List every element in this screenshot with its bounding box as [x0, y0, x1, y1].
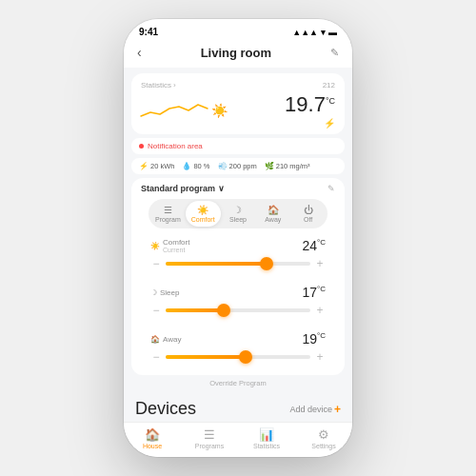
program-label[interactable]: Standard program ∨ [141, 184, 225, 193]
house-nav-icon: 🏠 [145, 427, 160, 442]
add-plus-icon: + [334, 403, 341, 416]
comfort-track-row: − + [150, 257, 326, 270]
away-label: 🏠 Away [150, 335, 181, 344]
lightning-icon: ⚡ [324, 118, 335, 129]
comfort-thumb[interactable] [260, 257, 273, 270]
edit-icon[interactable]: ✎ [330, 47, 339, 59]
statistics-nav-icon: 📊 [259, 427, 274, 442]
comfort-fill [166, 262, 267, 266]
nav-programs[interactable]: ☰ Programs [181, 427, 238, 449]
sleep-icon: ☽ [233, 205, 242, 215]
devices-section: Devices Add device + [124, 391, 352, 422]
stats-temp-row: ☀️ 19.7°C ⚡ [141, 92, 335, 129]
house-nav-label: House [143, 443, 162, 449]
sun-icon: ☀️ [211, 103, 228, 118]
sleep-plus[interactable]: + [314, 304, 326, 317]
override-label: Override Program [131, 379, 345, 387]
humidity-value: 80 % [193, 162, 209, 170]
away-icon: 🏠 [268, 205, 279, 215]
away-mode-icon: 🏠 [150, 335, 160, 344]
stats-label: Statistics › [141, 81, 176, 89]
sleep-minus[interactable]: − [150, 304, 162, 317]
tab-program[interactable]: ☰ Program [150, 201, 186, 227]
away-track[interactable] [166, 355, 310, 359]
app-header: ‹ Living room ✎ [124, 41, 352, 68]
notif-dot [139, 144, 144, 149]
programs-nav-icon: ☰ [204, 427, 215, 442]
tab-sleep[interactable]: ☽ Sleep [221, 201, 256, 227]
co2-icon: 💨 [218, 162, 228, 170]
sleep-label: ☽ Sleep [150, 288, 179, 297]
add-device-label: Add device [289, 405, 332, 414]
add-device-button[interactable]: Add device + [289, 403, 341, 416]
stats-arrow: › [173, 81, 176, 89]
program-icon: ☰ [164, 205, 172, 215]
battery-icon: ▬ [328, 28, 337, 37]
away-tab-label: Away [265, 216, 281, 223]
kwh-value: 20 kWh [150, 162, 174, 170]
kwh-icon: ⚡ [139, 162, 149, 170]
sleep-thumb[interactable] [217, 304, 230, 317]
away-slider-section: 🏠 Away 19°C − + [141, 326, 335, 369]
statistics-card: Statistics › 212 ☀️ 19.7°C [131, 73, 345, 134]
statistics-nav-label: Statistics [253, 443, 280, 449]
sleep-fill [166, 308, 224, 312]
comfort-slider-header: ☀️ Comfort Current 24°C [150, 238, 326, 253]
away-plus[interactable]: + [314, 350, 326, 364]
away-temp: 19°C [302, 331, 326, 347]
away-minus[interactable]: − [150, 350, 162, 364]
sleep-slider-section: ☽ Sleep 17°C − + [141, 279, 335, 323]
tab-comfort[interactable]: ☀️ Comfort [186, 201, 221, 227]
away-thumb[interactable] [239, 350, 252, 364]
air-icon: 🌿 [265, 162, 274, 170]
comfort-plus[interactable]: + [314, 257, 326, 270]
chevron-icon: ∨ [218, 184, 225, 193]
sleep-tab-label: Sleep [229, 216, 247, 223]
humidity-icon: 💧 [182, 162, 191, 170]
status-time: 9:41 [139, 27, 158, 37]
wifi-icon: ▾ [321, 28, 326, 37]
nav-house[interactable]: 🏠 House [124, 427, 181, 449]
sensor-humidity: 💧 80 % [182, 162, 209, 170]
stats-text: Statistics [141, 81, 171, 89]
comfort-name: Comfort [163, 238, 189, 247]
comfort-tab-label: Comfort [191, 216, 215, 223]
sleep-slider-header: ☽ Sleep 17°C [150, 285, 326, 300]
phone-frame: 9:41 ▲▲▲ ▾ ▬ ‹ Living room ✎ Statistics … [124, 19, 352, 457]
away-name: Away [163, 335, 181, 344]
comfort-minus[interactable]: − [150, 257, 162, 270]
program-edit-icon[interactable]: ✎ [327, 184, 335, 193]
status-icons: ▲▲▲ ▾ ▬ [292, 28, 337, 37]
sleep-name: Sleep [160, 288, 179, 297]
bottom-nav: 🏠 House ☰ Programs 📊 Statistics ⚙ Settin… [124, 422, 352, 457]
mode-tabs: ☰ Program ☀️ Comfort ☽ Sleep 🏠 Away [149, 199, 327, 228]
nav-settings[interactable]: ⚙ Settings [295, 427, 352, 449]
comfort-icon: ☀️ [197, 205, 208, 215]
scroll-content: Statistics › 212 ☀️ 19.7°C [124, 68, 352, 422]
back-button[interactable]: ‹ [137, 45, 142, 60]
co2-value: 200 ppm [229, 162, 257, 170]
comfort-mode-icon: ☀️ [150, 242, 160, 250]
tab-away[interactable]: 🏠 Away [255, 201, 290, 227]
stats-header: Statistics › 212 [141, 81, 335, 89]
nav-statistics[interactable]: 📊 Statistics [238, 427, 295, 449]
program-card: Standard program ∨ ✎ ☰ Program ☀️ Comfor… [131, 178, 345, 375]
stats-number: 212 [323, 81, 335, 89]
off-tab-label: Off [304, 216, 312, 223]
air-value: 210 mg/m³ [276, 162, 310, 170]
programs-nav-label: Programs [195, 443, 224, 449]
stats-chart [141, 99, 208, 122]
program-header: Standard program ∨ ✎ [141, 184, 335, 193]
comfort-slider-section: ☀️ Comfort Current 24°C − [141, 232, 335, 276]
sleep-temp: 17°C [302, 285, 326, 300]
notif-text: Notification area [148, 142, 203, 150]
away-slider-header: 🏠 Away 19°C [150, 331, 326, 347]
page-title: Living room [201, 46, 271, 60]
stats-temperature: 19.7°C [285, 92, 335, 117]
program-tab-label: Program [155, 216, 181, 223]
sleep-track[interactable] [166, 308, 310, 312]
sensor-kwh: ⚡ 20 kWh [139, 162, 174, 170]
comfort-track[interactable] [166, 262, 310, 266]
tab-off[interactable]: ⏻ Off [290, 201, 326, 227]
sensor-row: ⚡ 20 kWh 💧 80 % 💨 200 ppm 🌿 210 mg/m³ [131, 158, 345, 174]
